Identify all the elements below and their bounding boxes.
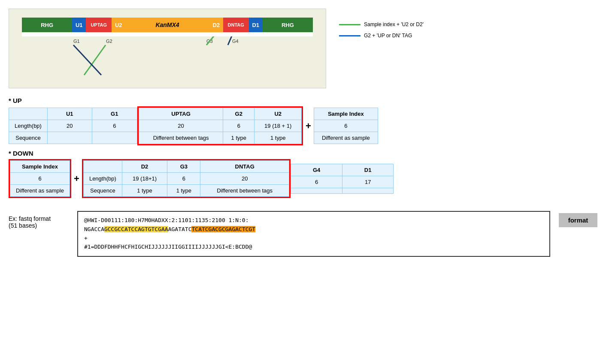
up-header-empty [9,108,48,120]
up-sequence-u1 [48,132,92,144]
down-sequence-g4 [291,188,342,193]
down-sequence-label: Sequence [83,185,122,197]
seg-rhg-right: RHG [263,18,313,32]
down-table-middle: D2 G3 DNTAG Length(bp) 19 (18+1) 6 20 Se… [83,160,289,197]
down-red-border-right: D2 G3 DNTAG Length(bp) 19 (18+1) 6 20 Se… [82,159,291,198]
fastq-middle-a: AGATATC [168,226,192,232]
up-red-border: UPTAG G2 U2 20 6 19 (18 + 1) Different b… [137,106,303,145]
seg-u2: U2 [112,18,125,32]
up-length-uptag: 20 [139,120,223,132]
up-length-u2: 19 (18 + 1) [255,120,302,132]
down-red-border-left: Sample Index 6 Different as sample [9,159,71,198]
seg-d1: D1 [249,18,263,32]
up-header-u2: U2 [255,108,302,120]
diagram-container: RHG U1 UPTAG U2 KanMX4 D2 DNTAG D1 RHG G… [9,9,597,88]
up-table-right: Sample Index 6 Different as sample [314,108,378,144]
fastq-box: @HWI-D00111:180:H7M0HADXX:2:1101:1135:21… [77,211,550,257]
down-sequence-g3: 1 type [167,185,200,197]
down-length-row-right: 6 17 [291,176,393,188]
up-sequence-uptag: Different between tags [139,132,223,144]
primer-g2-label: G2 [106,39,112,44]
diagram-box: RHG U1 UPTAG U2 KanMX4 D2 DNTAG D1 RHG G… [9,9,326,88]
seg-u1: U1 [72,18,86,32]
down-sequence-row-sample: Different as sample [10,185,70,197]
fastq-line1: @HWI-D00111:180:H7M0HADXX:2:1101:1135:21… [84,216,543,225]
up-header-g1: G1 [92,108,137,120]
down-header-sample-index: Sample Index [10,161,70,173]
up-header-g2: G2 [223,108,255,120]
down-table-sample-index: Sample Index 6 Different as sample [10,160,70,197]
up-sequence-row-middle: Different between tags 1 type 1 type [139,132,302,144]
down-length-g3: 6 [167,173,200,185]
up-sequence-row-right: Different as sample [314,132,378,144]
down-sequence-d2: 1 type [122,185,167,197]
down-sequence-sample-index: Different as sample [10,185,70,197]
legend-green-line [339,24,361,25]
legend-blue: G2 + 'UP or DN' TAG [339,33,424,39]
format-box: format [559,213,597,227]
down-table-container: Sample Index 6 Different as sample + D2 … [9,159,597,198]
up-header-u1: U1 [48,108,92,120]
diagram-svg: G1 G2 G3 G4 [22,36,313,84]
seg-kanmx4: KanMX4 [125,18,209,32]
up-table-container: U1 G1 Length(bp) 20 6 Sequence UPTAG G2 [9,106,597,145]
seg-dntag: DNTAG [223,18,249,32]
up-table-middle: UPTAG G2 U2 20 6 19 (18 + 1) Different b… [139,108,302,144]
up-plus-sign: + [303,120,314,132]
up-length-g2: 6 [223,120,255,132]
fastq-orange: TCATCGACGCGAGACTCGT [191,226,255,232]
down-sequence-row-right [291,188,393,193]
up-sequence-u2: 1 type [255,132,302,144]
primer-g4-label: G4 [232,39,239,44]
down-header-empty [83,161,122,173]
down-table-right: G4 D1 6 17 [291,164,394,194]
up-length-row-middle: 20 6 19 (18 + 1) [139,120,302,132]
fastq-line4: #1=DDDFDHHFHCFHIGCHIJJJJJJIIGGIIIIJJJJJJ… [84,243,543,252]
legend-green-label: Sample index + 'U2 or D2' [364,21,424,27]
up-length-g1: 6 [92,120,137,132]
green-line-right [206,36,228,45]
fastq-section: Ex: fastq format(51 bases) @HWI-D00111:1… [9,211,597,257]
down-sequence-dntag: Different between tags [200,185,289,197]
up-sequence-g2: 1 type [223,132,255,144]
up-header-sample-index: Sample Index [314,108,378,120]
seg-d2: D2 [209,18,223,32]
up-length-sample-index: 6 [314,120,378,132]
down-length-d2: 19 (18+1) [122,173,167,185]
up-section-label: * UP [9,97,597,104]
down-length-sample-index: 6 [10,173,70,185]
fastq-line3: + [84,234,543,243]
legend-blue-line [339,35,361,36]
up-length-u1: 20 [48,120,92,132]
down-sequence-row-middle: Sequence 1 type 1 type Different between… [83,185,289,197]
seg-rhg-left: RHG [22,18,72,32]
fastq-green: GCCGCCATCCAGTGTCGAA [104,226,168,232]
gene-bar: RHG U1 UPTAG U2 KanMX4 D2 DNTAG D1 RHG [22,18,313,32]
up-sequence-label: Sequence [9,132,48,144]
down-header-g3: G3 [167,161,200,173]
down-header-g4: G4 [291,164,342,176]
white-bar [22,33,313,36]
down-length-row-middle: Length(bp) 19 (18+1) 6 20 [83,173,289,185]
legend: Sample index + 'U2 or D2' G2 + 'UP or DN… [339,9,424,39]
down-sequence-d1 [342,188,393,193]
down-header-dntag: DNTAG [200,161,289,173]
down-header-d1: D1 [342,164,393,176]
up-length-row-left: Length(bp) 20 6 [9,120,137,132]
fastq-label: Ex: fastq format(51 bases) [9,211,69,229]
down-length-g4: 6 [291,176,342,188]
down-plus-sign: + [71,173,82,184]
up-sequence-sample-index: Different as sample [314,132,378,144]
up-header-uptag: UPTAG [139,108,223,120]
up-table-left: U1 G1 Length(bp) 20 6 Sequence [9,108,137,144]
legend-green: Sample index + 'U2 or D2' [339,21,424,27]
up-length-row-right: 6 [314,120,378,132]
fastq-line2: NGACCAGCCGCCATCCAGTGTCGAAAGATATCTCATCGAC… [84,225,543,234]
down-length-dntag: 20 [200,173,289,185]
down-header-d2: D2 [122,161,167,173]
down-length-label: Length(bp) [83,173,122,185]
down-length-d1: 17 [342,176,393,188]
down-section-label: * DOWN [9,150,597,157]
primer-g1-label: G1 [73,39,80,44]
legend-blue-label: G2 + 'UP or DN' TAG [364,33,412,39]
